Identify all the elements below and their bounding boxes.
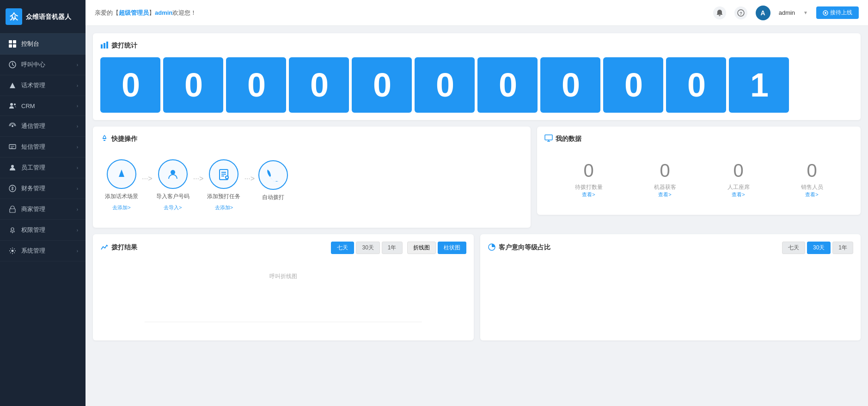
- sidebar-label-crm: CRM: [21, 103, 77, 109]
- help-icon[interactable]: ?: [734, 6, 747, 19]
- quick-ops-card: 快捷操作 添加话术场景 去添加> ···>: [93, 127, 531, 228]
- pending-calls-link[interactable]: 查看>: [575, 191, 603, 198]
- sidebar-label-comm-mgmt: 通信管理: [21, 122, 77, 130]
- customer-intent-header: 客户意向等级占比 七天 30天 1年: [488, 242, 854, 254]
- sms-icon: [7, 143, 18, 151]
- digit-7: 0: [540, 57, 600, 113]
- line-chart-btn[interactable]: 折线图: [407, 242, 436, 254]
- svg-point-10: [11, 165, 14, 168]
- sidebar-item-dashboard[interactable]: 控制台: [0, 34, 86, 55]
- add-speech-btn[interactable]: [107, 159, 136, 189]
- svg-point-24: [171, 170, 175, 175]
- sidebar-item-comm-mgmt[interactable]: 通信管理 ›: [0, 116, 86, 137]
- dial-results-card: 拨打结果 七天 30天 1年 折线图 柱状图 呼叫折线图: [93, 234, 474, 340]
- chevron-right-icon-7: ›: [77, 186, 78, 191]
- customer-intent-30day-btn[interactable]: 30天: [807, 242, 831, 254]
- bar-chart-btn[interactable]: 柱状图: [438, 242, 466, 254]
- dial-results-7day-btn[interactable]: 七天: [331, 242, 354, 254]
- import-customer-link[interactable]: 去导入>: [164, 204, 182, 211]
- merchant-icon: [7, 206, 18, 213]
- online-btn[interactable]: 接待上线: [816, 6, 859, 19]
- dial-stats-card: 拨打统计 0 0 0 0 0 0 0 0 0 0 1: [93, 33, 861, 120]
- dial-results-title: 拨打结果: [100, 243, 137, 253]
- dial-results-30day-btn[interactable]: 30天: [356, 242, 379, 254]
- digit-2: 0: [226, 57, 286, 113]
- dial-results-chart-type-btns: 折线图 柱状图: [407, 242, 466, 254]
- speech-icon: [7, 82, 18, 89]
- staff-icon: [7, 164, 18, 171]
- crm-icon: [7, 102, 18, 109]
- comm-icon: [7, 122, 18, 130]
- sidebar-item-sms-mgmt[interactable]: 短信管理 ›: [0, 137, 86, 158]
- main-content: 亲爱的【超级管理员】admin欢迎您！ ? A admin ▼ 接待上线: [86, 0, 868, 406]
- sales-staff-link[interactable]: 查看>: [801, 191, 823, 198]
- customer-intent-7day-btn[interactable]: 七天: [782, 242, 805, 254]
- add-task-label: 添加预打任务: [207, 193, 240, 200]
- dial-results-1year-btn[interactable]: 1年: [382, 242, 403, 254]
- digit-10: 1: [729, 57, 789, 113]
- avatar: A: [756, 6, 770, 20]
- robot-customers-link[interactable]: 查看>: [654, 191, 676, 198]
- dial-results-chart: [100, 285, 466, 331]
- chevron-right-icon-5: ›: [77, 145, 78, 150]
- add-task-btn[interactable]: [209, 159, 238, 189]
- svg-rect-2: [9, 44, 12, 48]
- chevron-right-icon-10: ›: [77, 248, 78, 254]
- digit-4: 0: [352, 57, 412, 113]
- my-data-robot-customers: 0 机器获客 查看>: [654, 159, 676, 198]
- quick-op-import-customer: 导入客户号码 去导入>: [156, 159, 189, 211]
- quick-op-add-speech: 添加话术场景 去添加>: [105, 159, 138, 211]
- pie-chart-icon: [488, 243, 496, 253]
- sales-staff-value: 0: [801, 159, 823, 182]
- sales-staff-label: 销售人员: [801, 183, 823, 191]
- sidebar-item-call-center[interactable]: 呼叫中心 ›: [0, 55, 86, 75]
- my-data-col: 我的数据 0 待拨打数量 查看> 0 机器获客 查看>: [537, 127, 861, 234]
- call-center-icon: [7, 61, 18, 68]
- system-icon: [7, 247, 18, 255]
- import-customer-label: 导入客户号码: [156, 193, 189, 200]
- my-data-grid: 0 待拨打数量 查看> 0 机器获客 查看> 0 人工座席 查看>: [544, 150, 853, 207]
- sidebar-item-crm[interactable]: CRM ›: [0, 96, 86, 116]
- auto-dial-btn[interactable]: [258, 160, 288, 190]
- sidebar-logo: 众 众维语音机器人: [0, 0, 86, 34]
- svg-text:?: ?: [740, 11, 742, 16]
- my-data-pending-calls: 0 待拨打数量 查看>: [575, 159, 603, 198]
- chevron-right-icon-6: ›: [77, 165, 78, 170]
- sidebar-item-finance-mgmt[interactable]: 财务管理 ›: [0, 178, 86, 199]
- svg-rect-3: [13, 44, 16, 48]
- sidebar-label-speech-mgmt: 话术管理: [21, 81, 77, 90]
- monitor-icon: [544, 134, 553, 144]
- arrow-1: ···>: [140, 175, 154, 196]
- sidebar-item-staff-mgmt[interactable]: 员工管理 ›: [0, 158, 86, 178]
- my-data-sales-staff: 0 销售人员 查看>: [801, 159, 823, 198]
- sidebar-item-permission-mgmt[interactable]: 权限管理 ›: [0, 220, 86, 241]
- sidebar-label-finance-mgmt: 财务管理: [21, 184, 77, 193]
- my-data-label: 我的数据: [556, 135, 581, 143]
- logo-icon: 众: [6, 8, 22, 25]
- quick-ops-flow: 添加话术场景 去添加> ···> 导入客户号码 去导入> ···>: [100, 150, 523, 220]
- logo-text: 众维语音机器人: [26, 12, 71, 21]
- my-data-manual-customers: 0 人工座席 查看>: [727, 159, 750, 198]
- online-btn-label: 接待上线: [830, 9, 852, 17]
- customer-intent-1year-btn[interactable]: 1年: [832, 242, 853, 254]
- chevron-right-icon-4: ›: [77, 124, 78, 129]
- manual-customers-link[interactable]: 查看>: [727, 191, 750, 198]
- sidebar-item-speech-mgmt[interactable]: 话术管理 ›: [0, 75, 86, 96]
- digit-8: 0: [603, 57, 663, 113]
- notification-icon[interactable]: [713, 6, 726, 19]
- svg-rect-20: [101, 44, 103, 48]
- sidebar-label-permission-mgmt: 权限管理: [21, 226, 77, 234]
- add-speech-link[interactable]: 去添加>: [112, 204, 130, 211]
- sidebar: 众 众维语音机器人 控制台 呼叫中心 › 话术管理 › CRM ›: [0, 0, 86, 406]
- dial-results-time-btns: 七天 30天 1年: [331, 242, 402, 254]
- add-task-link[interactable]: 去添加>: [215, 204, 233, 211]
- robot-customers-value: 0: [654, 159, 676, 182]
- username-btn[interactable]: admin: [779, 9, 795, 16]
- svg-marker-5: [10, 83, 15, 88]
- pending-calls-value: 0: [575, 159, 603, 182]
- sidebar-item-merchant-mgmt[interactable]: 商家管理 ›: [0, 199, 86, 220]
- quick-ops-col: 快捷操作 添加话术场景 去添加> ···>: [93, 127, 531, 234]
- import-customer-btn[interactable]: [158, 159, 188, 189]
- bottom-section: 拨打结果 七天 30天 1年 折线图 柱状图 呼叫折线图: [93, 234, 861, 347]
- sidebar-item-system-mgmt[interactable]: 系统管理 ›: [0, 241, 86, 261]
